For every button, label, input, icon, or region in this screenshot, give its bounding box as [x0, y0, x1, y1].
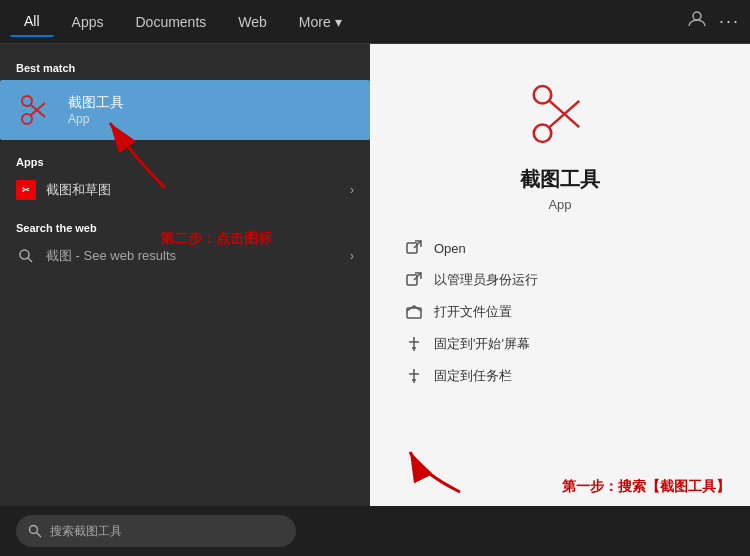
location-label: 打开文件位置: [434, 303, 512, 321]
tab-all[interactable]: All: [10, 7, 54, 37]
svg-line-4: [31, 103, 45, 115]
app-icon-large: [520, 74, 600, 154]
tab-more[interactable]: More ▾: [285, 8, 356, 36]
svg-point-24: [30, 526, 38, 534]
right-panel: 截图工具 App Open: [370, 44, 750, 556]
pin-start-icon: [404, 334, 424, 354]
app-title-large: 截图工具: [520, 166, 600, 193]
svg-line-25: [37, 533, 42, 538]
svg-point-0: [693, 12, 701, 20]
web-section: Search the web 截图 - See web results: [0, 212, 370, 278]
feedback-icon[interactable]: [687, 9, 707, 34]
apps-label: Apps: [0, 150, 370, 172]
svg-line-6: [28, 258, 32, 262]
more-icon[interactable]: ···: [719, 11, 740, 32]
action-pin-taskbar[interactable]: 固定到任务栏: [400, 360, 720, 392]
action-run-as-admin[interactable]: 以管理员身份运行: [400, 264, 720, 296]
top-nav: All Apps Documents Web More ▾ ···: [0, 0, 750, 44]
action-pin-start[interactable]: 固定到'开始'屏幕: [400, 328, 720, 360]
main-container: All Apps Documents Web More ▾ ··· Best m…: [0, 0, 750, 556]
snip-label: 截图和草图: [46, 181, 111, 199]
app-item-snip[interactable]: ✂ 截图和草图 ›: [0, 172, 370, 208]
open-icon: [404, 238, 424, 258]
best-match-name: 截图工具: [68, 94, 124, 112]
app-subtitle: App: [548, 197, 571, 212]
admin-icon: [404, 270, 424, 290]
left-panel: Best match 截图工具 App Ap: [0, 44, 370, 556]
web-search-icon: [16, 246, 36, 266]
svg-point-8: [534, 125, 552, 143]
best-match-label: Best match: [0, 56, 370, 78]
search-box[interactable]: 搜索截图工具: [16, 515, 296, 547]
web-query-label: 截图 - See web results: [46, 247, 176, 265]
action-open[interactable]: Open: [400, 232, 720, 264]
pin-taskbar-icon: [404, 366, 424, 386]
bottom-bar: 搜索截图工具: [0, 506, 750, 556]
tab-apps[interactable]: Apps: [58, 8, 118, 36]
web-query-text: 截图: [46, 248, 72, 263]
web-query-suffix: - See web results: [72, 248, 176, 263]
snip-chevron: ›: [350, 183, 354, 197]
web-search-item[interactable]: 截图 - See web results ›: [0, 238, 370, 274]
open-label: Open: [434, 241, 466, 256]
best-match-info: 截图工具 App: [68, 94, 124, 126]
best-match-type: App: [68, 112, 124, 126]
location-icon: [404, 302, 424, 322]
web-chevron: ›: [350, 249, 354, 263]
tab-documents[interactable]: Documents: [121, 8, 220, 36]
web-label: Search the web: [0, 216, 370, 238]
action-open-location[interactable]: 打开文件位置: [400, 296, 720, 328]
best-match-item[interactable]: 截图工具 App: [0, 80, 370, 140]
tab-web[interactable]: Web: [224, 8, 281, 36]
svg-point-5: [20, 250, 29, 259]
svg-rect-13: [407, 275, 417, 285]
svg-point-7: [534, 86, 552, 104]
admin-label: 以管理员身份运行: [434, 271, 538, 289]
pin-start-label: 固定到'开始'屏幕: [434, 335, 530, 353]
snip-icon: ✂: [16, 180, 36, 200]
action-list: Open 以管理员身份运行: [390, 232, 730, 392]
svg-point-2: [22, 114, 32, 124]
pin-taskbar-label: 固定到任务栏: [434, 367, 512, 385]
search-placeholder: 搜索截图工具: [50, 523, 122, 540]
svg-rect-11: [407, 243, 417, 253]
svg-line-3: [31, 105, 45, 117]
content-area: Best match 截图工具 App Ap: [0, 44, 750, 556]
nav-icons: ···: [687, 9, 740, 34]
best-match-icon: [16, 90, 56, 130]
apps-section: Apps ✂ 截图和草图 ›: [0, 142, 370, 212]
svg-point-1: [22, 96, 32, 106]
